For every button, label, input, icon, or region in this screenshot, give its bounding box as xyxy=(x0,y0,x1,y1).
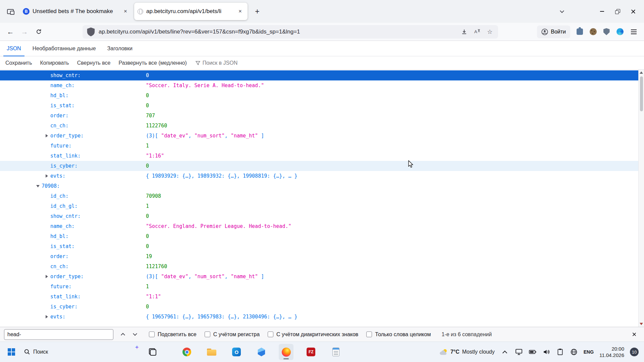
find-previous-button[interactable] xyxy=(117,329,129,340)
bookmark-star-button[interactable]: ☆ xyxy=(485,27,495,37)
json-row-order[interactable]: order:19 xyxy=(0,251,644,261)
minimize-button[interactable] xyxy=(594,0,610,23)
language-indicator[interactable]: ENG xyxy=(584,349,594,355)
extension-puzzle-icon[interactable] xyxy=(574,26,586,38)
shield-permissions-icon[interactable] xyxy=(86,27,96,37)
json-row-hd_bl[interactable]: hd_bl:0 xyxy=(0,90,644,101)
json-row-70908[interactable]: 70908: xyxy=(0,181,644,191)
app-filezilla-button[interactable]: FZ xyxy=(304,344,318,360)
phone-link-icon[interactable] xyxy=(515,348,523,356)
vertical-scrollbar[interactable] xyxy=(638,70,644,327)
json-row-is_stat[interactable]: is_stat:0 xyxy=(0,241,644,251)
collapse-twisty-icon[interactable] xyxy=(36,184,42,188)
scroll-down-icon[interactable] xyxy=(640,323,643,325)
expand-twisty-icon[interactable] xyxy=(44,174,50,178)
expand-twisty-icon[interactable] xyxy=(44,275,50,279)
json-row-stat_link[interactable]: stat_link:"1:1" xyxy=(0,292,644,302)
match-case-option[interactable]: С учётом регистра xyxy=(205,331,260,338)
downloads-button[interactable] xyxy=(459,27,469,37)
json-row-is_stat[interactable]: is_stat:0 xyxy=(0,101,644,111)
notification-count-badge[interactable]: 10 xyxy=(630,348,639,356)
back-button[interactable]: ← xyxy=(3,25,17,38)
json-row-cn_ch[interactable]: cn_ch:1121760 xyxy=(0,261,644,272)
url-text[interactable]: ap.betcityru.com/api/v1/bets/line?rev=6&… xyxy=(99,28,457,35)
expand-all-button[interactable]: Развернуть все (медленно) xyxy=(119,60,187,66)
app-file-explorer-button[interactable] xyxy=(204,344,219,360)
json-row-future[interactable]: future:1 xyxy=(0,282,644,292)
battery-icon[interactable] xyxy=(529,348,537,356)
taskbar-search[interactable]: Поиск xyxy=(24,349,48,355)
extension-pinwheel-icon[interactable] xyxy=(614,26,626,38)
whole-words-checkbox[interactable] xyxy=(366,331,372,337)
json-row-hd_bl[interactable]: hd_bl:0 xyxy=(0,231,644,241)
url-bar[interactable]: ap.betcityru.com/api/v1/bets/line?rev=6&… xyxy=(83,25,498,39)
json-row-show_cntr[interactable]: show_cntr:0 xyxy=(0,70,644,80)
clipboard-icon[interactable] xyxy=(556,348,564,356)
tab-raw-data[interactable]: Необработанные данные xyxy=(29,41,99,56)
json-row-stat_link[interactable]: stat_link:"1:16" xyxy=(0,151,644,161)
json-row-is_cyber[interactable]: is_cyber:0 xyxy=(0,302,644,312)
highlight-all-checkbox[interactable] xyxy=(149,331,155,337)
tab-close-icon[interactable]: × xyxy=(121,7,129,15)
start-button[interactable] xyxy=(4,344,19,360)
scrollbar-thumb[interactable] xyxy=(640,76,643,111)
expand-twisty-icon[interactable] xyxy=(44,315,50,319)
tab-close-icon[interactable]: × xyxy=(236,7,244,15)
network-globe-icon[interactable] xyxy=(570,348,578,356)
match-case-checkbox[interactable] xyxy=(205,331,210,337)
tab-headers[interactable]: Заголовки xyxy=(104,41,136,56)
json-row-order[interactable]: order:707 xyxy=(0,111,644,121)
reload-button[interactable] xyxy=(32,25,46,38)
find-next-button[interactable] xyxy=(129,329,141,340)
match-diacritics-checkbox[interactable] xyxy=(268,331,273,337)
weather-widget[interactable]: 7°C Mostly cloudy xyxy=(439,348,495,356)
extension-cookie-icon[interactable] xyxy=(587,26,599,38)
translate-button[interactable]: A xyxy=(472,27,482,37)
new-tab-button[interactable]: + xyxy=(251,5,264,18)
tab-unsettled-bets[interactable]: B Unsettled bets # The bookmake × xyxy=(19,3,133,20)
json-row-future[interactable]: future:1 xyxy=(0,141,644,151)
json-row-id_ch[interactable]: id_ch:70908 xyxy=(0,191,644,201)
volume-icon[interactable] xyxy=(542,348,550,356)
save-button[interactable]: Сохранить xyxy=(5,60,32,66)
scroll-up-icon[interactable] xyxy=(640,71,643,74)
app-firefox-button[interactable] xyxy=(279,344,293,360)
copilot-button[interactable] xyxy=(125,344,140,360)
copy-button[interactable]: Копировать xyxy=(40,60,69,66)
json-row-evts[interactable]: evts:{ 19893929: {…}, 19893932: {…}, 199… xyxy=(0,171,644,181)
json-row-name_ch[interactable]: name_ch:"Soccer. England. Premier League… xyxy=(0,221,644,231)
extension-shield-icon[interactable] xyxy=(600,26,612,38)
collapse-all-button[interactable]: Свернуть все xyxy=(77,60,111,66)
expand-twisty-icon[interactable] xyxy=(44,134,50,138)
app-store-button[interactable] xyxy=(254,344,269,360)
app-chrome-button[interactable] xyxy=(179,344,194,360)
match-diacritics-option[interactable]: С учётом диакритических знаков xyxy=(268,331,358,338)
list-all-tabs-button[interactable] xyxy=(555,4,569,18)
app-notepad-button[interactable] xyxy=(328,344,343,360)
menu-button[interactable] xyxy=(627,25,641,38)
tab-json[interactable]: JSON xyxy=(3,41,24,56)
firefox-view-button[interactable] xyxy=(3,4,17,18)
tab-api-json[interactable]: ap.betcityru.com/api/v1/bets/li × xyxy=(134,3,248,20)
json-row-id_ch_gl[interactable]: id_ch_gl:1 xyxy=(0,201,644,211)
app-outlook-button[interactable]: O xyxy=(229,344,244,360)
tray-expand-button[interactable] xyxy=(500,348,509,356)
json-row-name_ch[interactable]: name_ch:"Soccer. Italy. Serie A. Head-to… xyxy=(0,80,644,90)
json-row-order_type[interactable]: order_type:(3)[ "date_ev", "num_sort", "… xyxy=(0,131,644,141)
json-row-cn_ch[interactable]: cn_ch:1122760 xyxy=(0,121,644,131)
clock[interactable]: 20:00 11.04.2026 xyxy=(599,346,624,358)
json-key: hd_bl: xyxy=(50,93,68,99)
find-close-button[interactable] xyxy=(628,329,640,340)
sign-in-button[interactable]: Войти xyxy=(537,25,570,38)
json-row-show_cntr[interactable]: show_cntr:0 xyxy=(0,211,644,221)
whole-words-option[interactable]: Только слова целиком xyxy=(366,331,431,338)
json-row-order_type[interactable]: order_type:(3)[ "date_ev", "num_sort", "… xyxy=(0,272,644,282)
highlight-all-option[interactable]: Подсветить все xyxy=(149,331,197,338)
restore-button[interactable] xyxy=(610,0,625,23)
find-input[interactable] xyxy=(4,329,113,340)
close-window-button[interactable] xyxy=(625,0,641,23)
json-search-input[interactable] xyxy=(203,60,280,66)
json-row-is_cyber[interactable]: is_cyber:0 xyxy=(0,161,644,171)
json-row-evts[interactable]: evts:{ 19657961: {…}, 19657983: {…}, 213… xyxy=(0,312,644,322)
task-view-button[interactable] xyxy=(145,344,160,360)
